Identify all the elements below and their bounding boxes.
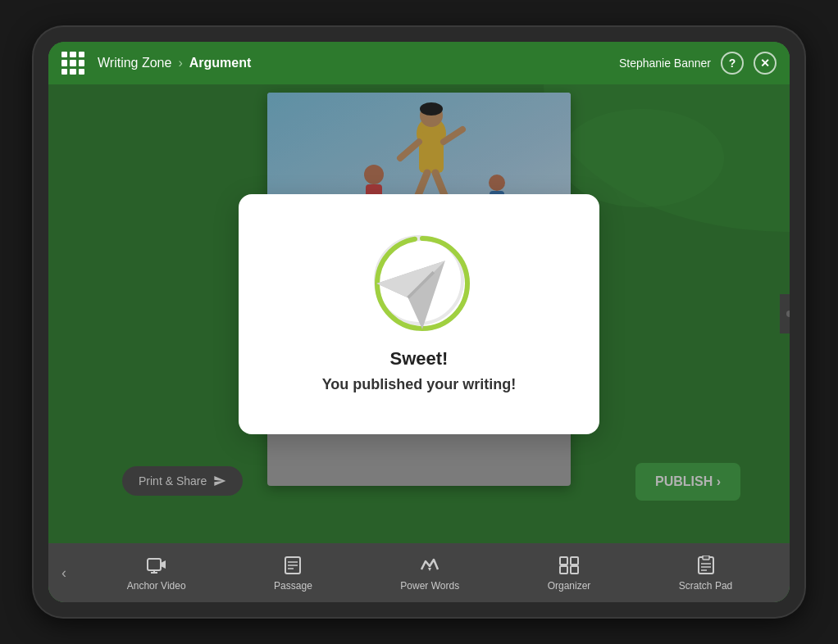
breadcrumb: Writing Zone › Argument <box>98 56 619 70</box>
svg-rect-25 <box>560 557 567 565</box>
header: Writing Zone › Argument Stephanie Banner… <box>48 42 790 84</box>
toolbar-item-organizer[interactable]: Organizer <box>535 549 604 596</box>
user-name: Stephanie Banner <box>619 57 711 70</box>
grid-icon[interactable] <box>61 52 84 75</box>
bottom-toolbar: ‹ Anchor Video <box>48 543 790 602</box>
passage-label: Passage <box>274 580 312 592</box>
toolbar-item-passage[interactable]: Passage <box>261 549 326 596</box>
modal-icon-circle <box>374 235 464 325</box>
close-button[interactable]: ✕ <box>754 52 777 75</box>
svg-marker-24 <box>428 568 431 571</box>
screen: Writing Zone › Argument Stephanie Banner… <box>48 42 790 602</box>
breadcrumb-end: Argument <box>189 56 252 70</box>
svg-rect-27 <box>560 566 567 574</box>
scratch-pad-label: Scratch Pad <box>679 580 732 592</box>
passage-icon <box>281 554 304 577</box>
breadcrumb-arrow: › <box>178 56 182 70</box>
breadcrumb-start: Writing Zone <box>98 56 171 70</box>
paper-plane-icon <box>374 235 471 332</box>
svg-rect-26 <box>571 557 578 565</box>
organizer-icon <box>558 554 581 577</box>
anchor-video-label: Anchor Video <box>127 580 186 592</box>
toolbar-chevron[interactable]: ‹ <box>61 565 66 582</box>
toolbar-item-power-words[interactable]: Power Words <box>387 549 472 596</box>
video-icon <box>145 554 168 577</box>
power-words-icon <box>418 554 441 577</box>
organizer-label: Organizer <box>548 580 591 592</box>
header-right: Stephanie Banner ? ✕ <box>619 52 777 75</box>
power-words-label: Power Words <box>400 580 459 592</box>
svg-rect-16 <box>148 559 161 570</box>
device-frame: Writing Zone › Argument Stephanie Banner… <box>34 27 804 617</box>
toolbar-items: Anchor Video Passage <box>83 549 777 596</box>
toolbar-item-scratch-pad[interactable]: Scratch Pad <box>666 549 745 596</box>
svg-rect-30 <box>703 556 709 560</box>
modal-overlay: Sweet! You published your writing! <box>48 84 790 543</box>
main-content: Print & Share PUBLISH › <box>48 84 790 543</box>
modal-subtitle: You published your writing! <box>322 376 517 393</box>
scratch-pad-icon <box>695 554 717 577</box>
help-button[interactable]: ? <box>721 52 744 75</box>
toolbar-item-anchor-video[interactable]: Anchor Video <box>114 549 199 596</box>
svg-rect-28 <box>571 566 578 574</box>
modal-title: Sweet! <box>390 348 449 370</box>
success-modal: Sweet! You published your writing! <box>239 194 599 434</box>
